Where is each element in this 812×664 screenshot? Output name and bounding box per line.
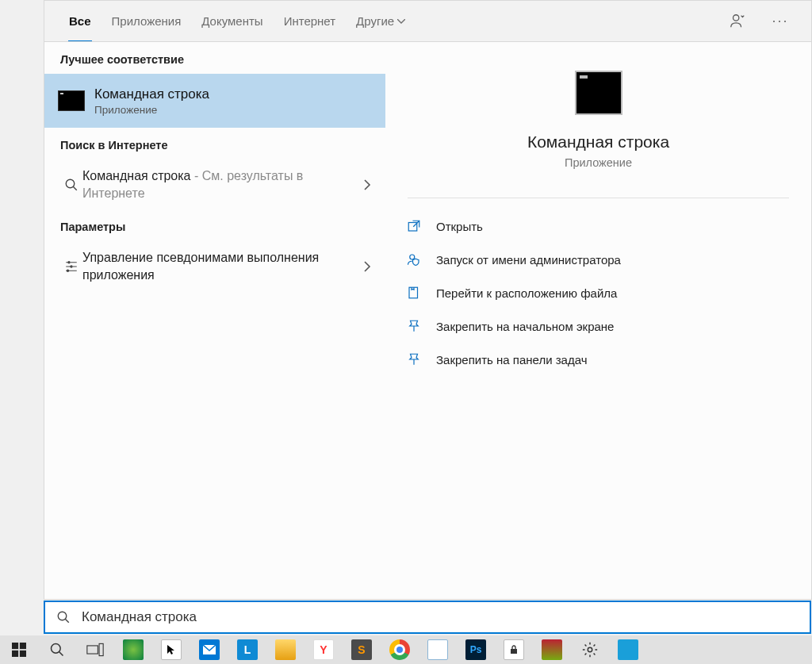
taskbar-winrar[interactable]	[533, 635, 571, 664]
yandex-icon: Y	[313, 639, 334, 660]
svg-point-13	[52, 644, 61, 654]
tab-documents-label: Документы	[201, 14, 262, 28]
tab-all-label: Все	[69, 14, 91, 28]
action-run-as-admin-label: Запуск от имени администратора	[436, 253, 621, 267]
svg-point-2	[68, 261, 70, 263]
task-view-icon	[86, 643, 104, 657]
tab-apps-label: Приложения	[112, 14, 182, 28]
taskbar-app-1[interactable]	[114, 635, 152, 664]
divider	[408, 198, 789, 198]
more-options-button[interactable]: ···	[768, 10, 792, 33]
settings-item-app-aliases[interactable]: Управление псевдонимами выполнения прило…	[44, 241, 385, 291]
taskbar-sublime[interactable]: S	[343, 635, 381, 664]
action-open-file-location-label: Перейти к расположению файла	[436, 286, 617, 300]
preview-subtitle: Приложение	[565, 156, 632, 169]
tab-documents[interactable]: Документы	[191, 1, 273, 42]
section-best-match: Лучшее соответствие	[44, 42, 385, 74]
taskbar: L Y S Ps	[0, 635, 812, 664]
settings-item-title: Управление псевдонимами выполнения прило…	[82, 249, 358, 283]
tab-internet[interactable]: Интернет	[274, 1, 346, 42]
chrome-icon	[389, 639, 410, 660]
list-settings-icon	[60, 259, 82, 274]
svg-point-0	[733, 14, 739, 20]
svg-point-6	[410, 255, 415, 259]
folder-location-icon	[404, 286, 423, 300]
action-run-as-admin[interactable]: Запуск от имени администратора	[404, 243, 805, 276]
taskbar-chrome[interactable]	[381, 635, 419, 664]
taskbar-mail[interactable]	[190, 635, 228, 664]
action-pin-to-taskbar[interactable]: Закрепить на панели задач	[404, 343, 805, 376]
preview-pane: Командная строка Приложение Открыть Запу…	[385, 42, 811, 599]
command-prompt-large-icon	[575, 71, 622, 115]
taskbar-settings[interactable]	[571, 635, 609, 664]
ellipsis-icon: ···	[772, 13, 788, 29]
taskbar-keepass[interactable]	[495, 635, 533, 664]
taskbar-app-l[interactable]: L	[228, 635, 266, 664]
account-icon[interactable]	[726, 10, 749, 33]
action-pin-to-start[interactable]: Закрепить на начальном экране	[404, 309, 805, 343]
taskbar-app-last[interactable]	[609, 635, 647, 664]
chevron-down-icon	[397, 19, 405, 24]
chevron-right-icon[interactable]	[358, 179, 376, 190]
best-match-subtitle: Приложение	[94, 104, 209, 116]
taskbar-yandex[interactable]: Y	[304, 635, 343, 664]
taskbar-photoshop[interactable]: Ps	[457, 635, 495, 664]
app-icon	[123, 639, 144, 660]
photoshop-icon: Ps	[465, 639, 486, 660]
preview-actions: Открыть Запуск от имени администратора П…	[385, 206, 811, 376]
search-category-tabs: Все Приложения Документы Интернет Другие…	[44, 0, 812, 41]
best-match-item[interactable]: Командная строка Приложение	[44, 74, 385, 128]
tab-apps[interactable]: Приложения	[102, 1, 192, 42]
svg-rect-10	[20, 643, 26, 649]
svg-point-1	[66, 179, 75, 188]
svg-rect-12	[20, 651, 26, 657]
taskbar-app-2[interactable]	[152, 635, 190, 664]
search-results-panel: Лучшее соответствие Командная строка При…	[44, 41, 812, 600]
chevron-right-icon[interactable]	[358, 261, 376, 272]
action-open-file-location[interactable]: Перейти к расположению файла	[404, 276, 805, 309]
tab-other[interactable]: Другие	[346, 1, 416, 42]
tab-other-label: Другие	[356, 14, 394, 28]
taskbar-notepad[interactable]	[419, 635, 457, 664]
svg-point-3	[71, 266, 72, 267]
tab-all[interactable]: Все	[59, 1, 102, 42]
lock-icon	[504, 639, 524, 660]
mail-icon	[199, 639, 220, 660]
pin-icon	[404, 319, 423, 333]
start-button[interactable]	[0, 635, 38, 664]
section-web-search: Поиск в Интернете	[44, 128, 385, 159]
folder-icon	[275, 639, 296, 660]
windows-logo-icon	[12, 643, 26, 657]
svg-rect-17	[511, 649, 517, 654]
taskbar-file-explorer[interactable]	[266, 635, 304, 664]
svg-rect-11	[12, 651, 18, 657]
results-list: Лучшее соответствие Командная строка При…	[44, 42, 385, 599]
task-view-button[interactable]	[76, 635, 114, 664]
web-search-item[interactable]: Командная строка - См. результаты в Инте…	[44, 159, 385, 209]
search-icon	[60, 178, 82, 192]
action-pin-to-start-label: Закрепить на начальном экране	[436, 320, 614, 333]
app-icon	[618, 639, 638, 660]
svg-rect-14	[87, 646, 98, 654]
web-item-title: Командная строка	[82, 169, 191, 182]
best-match-title: Командная строка	[94, 86, 209, 103]
svg-point-18	[588, 647, 592, 652]
winrar-icon	[542, 639, 562, 660]
search-box[interactable]	[44, 601, 811, 634]
svg-point-4	[67, 270, 68, 271]
search-icon	[49, 642, 65, 658]
command-prompt-icon	[58, 90, 85, 111]
l-app-icon: L	[237, 639, 258, 660]
taskbar-search-button[interactable]	[38, 635, 76, 664]
sublime-icon: S	[351, 639, 372, 660]
preview-title: Командная строка	[527, 132, 669, 152]
shield-person-icon	[404, 252, 423, 267]
search-input[interactable]	[82, 609, 803, 625]
cursor-app-icon	[161, 639, 182, 660]
svg-rect-9	[12, 643, 18, 649]
action-open[interactable]: Открыть	[404, 209, 805, 243]
svg-point-8	[58, 612, 67, 620]
action-open-label: Открыть	[436, 220, 483, 233]
section-settings: Параметры	[44, 209, 385, 241]
pin-icon	[404, 352, 423, 367]
